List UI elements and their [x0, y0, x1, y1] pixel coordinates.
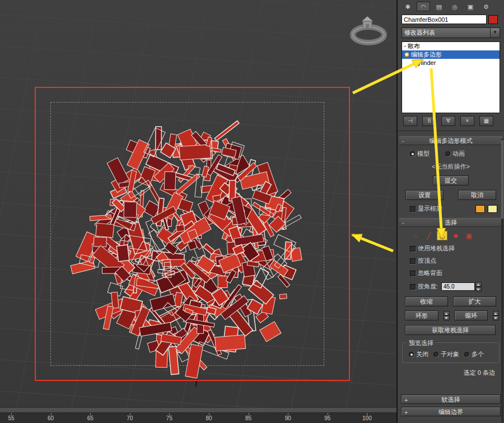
timeline-ruler[interactable]: 556065707580859095100: [0, 413, 396, 423]
checkbox-icon: [410, 284, 416, 290]
time-slider-track[interactable]: [0, 408, 396, 413]
stack-item-Cylinder[interactable]: Cylinder: [402, 59, 500, 67]
show-cage-label: 显示框架: [418, 204, 442, 213]
ring-button[interactable]: 环形: [405, 310, 438, 320]
shrink-grow-row: 收缩 扩大: [405, 296, 504, 306]
rollout-header-soft-selection[interactable]: + 软选择: [401, 394, 501, 404]
stack-item-编辑多边形[interactable]: 编辑多边形: [402, 50, 500, 59]
modifier-stack-list[interactable]: ▪散布编辑多边形Cylinder: [402, 41, 500, 113]
radio-preview-subobject[interactable]: 子对象: [433, 350, 459, 359]
checkbox-icon: [410, 246, 416, 252]
object-color-swatch[interactable]: [488, 15, 498, 24]
loop-spinner[interactable]: [493, 311, 499, 320]
chevron-down-icon[interactable]: ▼: [490, 28, 500, 38]
stack-item-散布[interactable]: ▪散布: [402, 42, 500, 50]
object-name-row: [398, 12, 504, 24]
ignore-backfacing-checkbox[interactable]: 忽略背面: [410, 269, 442, 277]
scatter-object[interactable]: [0, 0, 396, 413]
radio-animate-label: 动画: [452, 150, 465, 158]
ring-loop-row: 环形 循环: [405, 310, 504, 320]
preview-selection-title: 预览选择: [407, 339, 435, 347]
timeline-tick-label: 70: [127, 415, 133, 421]
by-angle-checkbox[interactable]: 按角度:: [410, 282, 438, 291]
rollout-title: 编辑多边形模式: [430, 137, 473, 144]
preview-off-label: 关闭: [416, 350, 428, 359]
by-vertex-checkbox[interactable]: 按顶点: [410, 257, 436, 265]
subobject-vertex-icon[interactable]: ∴: [410, 231, 421, 240]
cage-selected-color-swatch[interactable]: [488, 205, 497, 213]
pin-stack-button[interactable]: ⊣: [403, 116, 417, 126]
by-angle-row: 按角度: 45.0: [410, 282, 504, 291]
by-vertex-label: 按顶点: [418, 257, 436, 265]
tab-utilities-icon[interactable]: ⚙: [479, 2, 493, 11]
subobject-polygon-icon[interactable]: ■: [450, 231, 461, 240]
timeline-tick-label: 65: [87, 415, 94, 421]
visibility-bulb-icon[interactable]: [404, 52, 409, 57]
rollout-area: - 编辑多边形模式 模型 动画 <无当前操作> 提交 设置 取消: [398, 131, 504, 416]
rollout-header-selection[interactable]: - 选择: [399, 218, 502, 227]
cancel-button[interactable]: 取消: [458, 190, 496, 200]
checkbox-icon: [410, 206, 416, 212]
show-cage-checkbox[interactable]: 显示框架: [410, 204, 442, 213]
subobject-border-icon[interactable]: ◡: [437, 231, 447, 240]
ignore-backfacing-row: 忽略背面: [410, 269, 504, 277]
preview-subobject-label: 子对象: [441, 350, 459, 359]
radio-animate[interactable]: 动画: [445, 150, 465, 158]
subobject-element-icon[interactable]: ▣: [464, 231, 474, 240]
collapse-minus-icon: -: [402, 219, 404, 227]
loop-button[interactable]: 循环: [454, 310, 488, 320]
radio-model[interactable]: 模型: [410, 150, 430, 158]
configure-modifier-sets-button[interactable]: ▦: [479, 116, 493, 126]
remove-modifier-button[interactable]: ×: [460, 116, 474, 126]
timeline-tick-label: 80: [206, 415, 212, 421]
tab-hierarchy-icon[interactable]: ▤: [432, 2, 446, 11]
checkbox-icon: [410, 258, 416, 264]
modifier-stack-toolbar: ⊣II∀×▦: [398, 113, 504, 128]
ring-spinner[interactable]: [444, 311, 450, 320]
timeline-tick-label: 95: [324, 415, 330, 421]
ignore-backfacing-label: 忽略背面: [418, 269, 442, 277]
expand-plus-icon: +: [404, 408, 408, 417]
modifier-list-dropdown[interactable]: 修改器列表 ▼: [402, 27, 500, 38]
radio-preview-multiple[interactable]: 多个: [464, 350, 484, 359]
by-vertex-row: 按顶点: [410, 257, 504, 265]
radio-model-label: 模型: [417, 150, 430, 158]
settings-cancel-row: 设置 取消: [405, 190, 496, 200]
subobject-edge-icon[interactable]: ╱: [423, 231, 434, 240]
show-end-result-button[interactable]: II: [422, 116, 436, 126]
angle-value-field[interactable]: 45.0: [441, 282, 475, 291]
radio-off-icon: [445, 151, 450, 156]
subobject-level-icons: ∴╱◡■▣: [410, 231, 504, 240]
steering-wheel-widget[interactable]: [346, 13, 391, 49]
selection-status-text: 选定 0 条边: [407, 369, 495, 377]
collapse-minus-icon: -: [402, 137, 404, 145]
commit-button[interactable]: 提交: [433, 175, 469, 185]
perspective-viewport[interactable]: [0, 0, 396, 413]
make-unique-button[interactable]: ∀: [441, 116, 455, 126]
timeline-tick-label: 75: [166, 415, 172, 421]
tab-modify-icon[interactable]: ◠: [417, 2, 430, 11]
preview-selection-group: 预览选择 关闭 子对象 多个: [402, 342, 500, 363]
timeline-tick-label: 55: [8, 415, 14, 421]
get-stack-selection-button[interactable]: 获取堆栈选择: [405, 325, 496, 335]
radio-preview-off[interactable]: 关闭: [409, 350, 428, 359]
home-icon: [362, 16, 373, 21]
use-stack-selection-checkbox[interactable]: 使用堆栈选择: [410, 244, 455, 253]
object-name-field[interactable]: [402, 15, 487, 24]
shrink-button[interactable]: 收缩: [405, 296, 448, 306]
tab-create-icon[interactable]: ✱: [401, 2, 414, 11]
show-cage-row: 显示框架: [410, 204, 497, 213]
tab-motion-icon[interactable]: ◎: [448, 2, 461, 11]
settings-button[interactable]: 设置: [405, 190, 444, 200]
grow-button[interactable]: 扩大: [453, 296, 496, 306]
cage-color-swatch[interactable]: [475, 205, 485, 213]
rollout-header-edit-borders[interactable]: + 编辑边界: [401, 407, 501, 416]
timeline-tick-label: 85: [245, 415, 251, 421]
modifier-icon: ▪: [404, 42, 406, 50]
3dsmax-window: 556065707580859095100 ✱◠▤◎▣⚙ 修改器列表 ▼ ▪散布…: [0, 0, 504, 423]
tab-display-icon[interactable]: ▣: [464, 2, 477, 11]
rollout-header-edit-poly-mode[interactable]: - 编辑多边形模式: [399, 136, 502, 145]
angle-spinner[interactable]: [475, 282, 482, 291]
panel-scrollbar-thumb[interactable]: [501, 140, 503, 219]
rollout-title: 选择: [445, 219, 457, 226]
